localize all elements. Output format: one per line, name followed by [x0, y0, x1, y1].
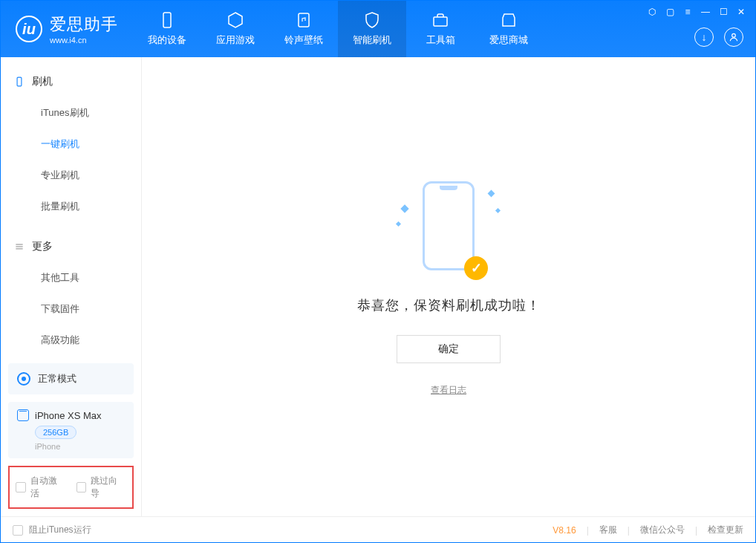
tab-my-device[interactable]: 我的设备: [133, 1, 201, 57]
view-log-link[interactable]: 查看日志: [431, 384, 466, 397]
sidebar-head-more: 更多: [1, 231, 141, 262]
success-message: 恭喜您，保资料刷机成功啦！: [357, 296, 541, 314]
minimize-button[interactable]: —: [700, 7, 711, 17]
device-icon: [158, 11, 176, 29]
checkbox-icon: [16, 482, 26, 492]
tab-store[interactable]: 爱思商城: [475, 1, 543, 57]
footer-block-itunes[interactable]: 阻止iTunes运行: [13, 524, 91, 536]
menu-icon[interactable]: ≡: [682, 7, 693, 17]
app-subtitle: www.i4.cn: [50, 36, 118, 45]
sidebar-section-flash: 刷机 iTunes刷机 一键刷机 专业刷机 批量刷机: [1, 57, 141, 222]
footer-link-wechat[interactable]: 微信公众号: [640, 524, 685, 536]
logo-icon: iu: [16, 16, 42, 42]
ok-button[interactable]: 确定: [397, 335, 501, 363]
svg-point-3: [732, 33, 736, 37]
main-content: ✓ 恭喜您，保资料刷机成功啦！ 确定 查看日志: [142, 57, 755, 516]
main-tabs: 我的设备 应用游戏 铃声壁纸 智能刷机 工具箱 爱思商城: [133, 1, 543, 57]
phone-icon: [17, 409, 29, 421]
mode-label: 正常模式: [38, 372, 76, 386]
sidebar-bottom: 正常模式 iPhone XS Max 256GB iPhone 自动激活 跳过向…: [1, 356, 141, 516]
checkbox-icon: [76, 482, 87, 492]
sidebar-head-flash: 刷机: [1, 66, 141, 97]
skin-icon[interactable]: ▢: [665, 7, 675, 17]
device-card[interactable]: iPhone XS Max 256GB iPhone: [8, 402, 134, 458]
footer-link-support[interactable]: 客服: [599, 524, 617, 536]
mode-card[interactable]: 正常模式: [8, 363, 134, 394]
tab-toolbox[interactable]: 工具箱: [406, 1, 475, 57]
sidebar-item-other-tools[interactable]: 其他工具: [1, 262, 141, 293]
tab-smart-flash[interactable]: 智能刷机: [338, 1, 406, 57]
svg-rect-1: [299, 13, 309, 27]
body: 刷机 iTunes刷机 一键刷机 专业刷机 批量刷机 更多 其他工具 下载固件 …: [1, 57, 755, 516]
close-button[interactable]: ✕: [736, 7, 746, 17]
mode-icon: [17, 372, 30, 386]
version-label: V8.16: [553, 525, 576, 536]
header-actions: ↓: [694, 27, 743, 47]
checkbox-icon: [13, 525, 23, 536]
app-title: 爱思助手: [50, 13, 118, 36]
sidebar-item-pro-flash[interactable]: 专业刷机: [1, 160, 141, 191]
shield-icon: [363, 11, 381, 29]
window-controls: ⬡ ▢ ≡ — ☐ ✕: [647, 7, 746, 17]
svg-rect-2: [434, 17, 447, 26]
svg-rect-0: [163, 13, 171, 27]
store-icon: [500, 11, 518, 29]
user-button[interactable]: [724, 27, 743, 47]
toolbox-icon: [431, 11, 449, 29]
sidebar-section-more: 更多 其他工具 下载固件 高级功能: [1, 222, 141, 356]
app-logo: iu 爱思助手 www.i4.cn: [1, 13, 133, 45]
device-name: iPhone XS Max: [35, 410, 102, 421]
tab-ringtones-wallpapers[interactable]: 铃声壁纸: [270, 1, 338, 57]
success-illustration: ✓: [415, 178, 482, 274]
sidebar-item-download-firmware[interactable]: 下载固件: [1, 293, 141, 325]
sidebar-item-itunes-flash[interactable]: iTunes刷机: [1, 97, 141, 129]
check-icon: ✓: [464, 256, 488, 280]
check-auto-activate[interactable]: 自动激活: [16, 475, 66, 500]
footer-link-update[interactable]: 检查更新: [708, 524, 743, 536]
footer: 阻止iTunes运行 V8.16 | 客服 | 微信公众号 | 检查更新: [1, 516, 755, 543]
sidebar-item-oneclick-flash[interactable]: 一键刷机: [1, 129, 141, 160]
maximize-button[interactable]: ☐: [718, 7, 729, 17]
download-button[interactable]: ↓: [694, 27, 714, 47]
check-skip-guide[interactable]: 跳过向导: [76, 475, 127, 500]
sidebar-item-batch-flash[interactable]: 批量刷机: [1, 191, 141, 222]
sidebar: 刷机 iTunes刷机 一键刷机 专业刷机 批量刷机 更多 其他工具 下载固件 …: [1, 57, 142, 516]
tab-apps-games[interactable]: 应用游戏: [201, 1, 270, 57]
sidebar-item-advanced[interactable]: 高级功能: [1, 325, 141, 356]
settings-icon[interactable]: ⬡: [647, 7, 657, 17]
svg-rect-4: [17, 77, 22, 86]
music-icon: [295, 11, 313, 29]
device-type: iPhone: [35, 442, 125, 451]
cube-icon: [227, 11, 244, 29]
header: iu 爱思助手 www.i4.cn 我的设备 应用游戏 铃声壁纸 智能刷机 工具…: [1, 1, 755, 57]
checkbox-highlight-box: 自动激活 跳过向导: [8, 466, 134, 509]
device-capacity: 256GB: [35, 426, 76, 439]
